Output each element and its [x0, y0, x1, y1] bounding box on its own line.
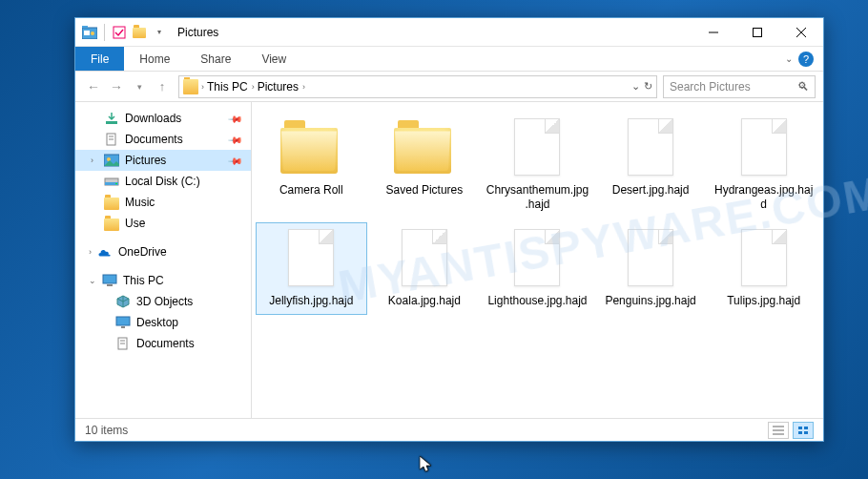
address-end: ⌄ ↻: [631, 80, 652, 93]
file-icon: [620, 118, 681, 179]
downloads-icon: [104, 111, 119, 126]
sidebar-item-label: 3D Objects: [136, 295, 193, 308]
file-item[interactable]: Koala.jpg.hajd: [369, 222, 481, 315]
file-item[interactable]: Penguins.jpg.hajd: [595, 222, 707, 315]
file-item[interactable]: Jellyfish.jpg.hajd: [256, 222, 367, 315]
svg-rect-30: [798, 431, 802, 434]
search-input[interactable]: Search Pictures 🔍︎: [663, 75, 816, 98]
tab-share[interactable]: Share: [185, 47, 246, 71]
sidebar-item-use[interactable]: Use: [75, 213, 251, 234]
folder-icon: [104, 195, 119, 210]
sidebar-item-localdisk[interactable]: Local Disk (C:): [75, 171, 251, 192]
file-item[interactable]: Chrysanthemum.jpg.hajd: [482, 112, 593, 219]
file-item[interactable]: Lighthouse.jpg.hajd: [482, 222, 593, 315]
svg-rect-4: [114, 27, 125, 38]
sidebar-item-label: Use: [125, 217, 145, 230]
sidebar-item-music[interactable]: Music: [75, 192, 251, 213]
breadcrumb-thispc[interactable]: This PC›: [207, 80, 255, 94]
expand-icon[interactable]: ›: [91, 156, 93, 165]
expand-icon[interactable]: ⌄: [89, 276, 96, 285]
item-view[interactable]: Camera Roll Saved Pictures Chrysanthemum…: [252, 102, 823, 418]
thispc-icon: [102, 273, 117, 288]
svg-rect-9: [106, 121, 117, 124]
file-icon: [620, 229, 681, 290]
svg-point-3: [91, 31, 94, 35]
mouse-cursor-icon: [420, 456, 433, 473]
folder-item[interactable]: Camera Roll: [256, 112, 367, 219]
explorer-window: ▾ Pictures File Home Share View ⌄ ? ←: [74, 17, 824, 442]
svg-point-17: [115, 183, 117, 185]
desktop-icon: [115, 315, 131, 330]
sidebar-item-label: This PC: [123, 274, 164, 287]
onedrive-icon: [97, 244, 113, 260]
svg-rect-18: [103, 275, 116, 283]
maximize-button[interactable]: [735, 18, 779, 46]
breadcrumb-pictures[interactable]: Pictures›: [258, 80, 305, 94]
svg-rect-20: [116, 317, 130, 325]
expand-icon[interactable]: ›: [89, 247, 92, 257]
sidebar-item-downloads[interactable]: Downloads 📌: [75, 108, 251, 129]
refresh-icon[interactable]: ↻: [644, 80, 652, 93]
tab-file[interactable]: File: [75, 47, 124, 71]
sidebar-item-label: Documents: [136, 337, 195, 350]
address-dropdown-icon[interactable]: ⌄: [631, 80, 640, 93]
minimize-button[interactable]: [692, 18, 735, 46]
qat-dropdown-icon[interactable]: ▾: [151, 24, 168, 41]
svg-rect-29: [804, 427, 808, 429]
sidebar-item-documents[interactable]: Documents 📌: [75, 129, 251, 150]
breadcrumb-chevron-icon[interactable]: ›: [201, 82, 204, 92]
sidebar-item-documents2[interactable]: Documents: [75, 333, 251, 354]
file-icon: [506, 229, 568, 290]
pin-icon: 📌: [228, 111, 243, 126]
folder-icon: [104, 216, 119, 231]
tab-home[interactable]: Home: [124, 47, 185, 71]
close-button[interactable]: [779, 18, 823, 46]
navigation-pane: Downloads 📌 Documents 📌 › Pictures 📌 Loc…: [75, 102, 252, 418]
up-button[interactable]: ↑: [152, 76, 173, 97]
quick-access-toolbar: ▾: [111, 24, 168, 41]
file-item[interactable]: Tulips.jpg.hajd: [708, 222, 819, 315]
item-label: Saved Pictures: [386, 183, 464, 198]
address-bar[interactable]: › This PC› Pictures› ⌄ ↻: [178, 75, 657, 98]
properties-icon[interactable]: [111, 24, 128, 41]
documents-icon: [115, 336, 131, 351]
sidebar-item-thispc[interactable]: ⌄ This PC: [75, 270, 251, 291]
details-view-button[interactable]: [768, 422, 789, 439]
tab-view[interactable]: View: [246, 47, 301, 71]
sidebar-item-label: Local Disk (C:): [125, 175, 200, 188]
back-button[interactable]: ←: [83, 76, 104, 97]
folder-item[interactable]: Saved Pictures: [369, 112, 481, 219]
collapse-ribbon-icon[interactable]: ⌄: [785, 53, 793, 64]
folder-icon: [280, 118, 341, 179]
svg-point-14: [107, 157, 111, 161]
item-label: Tulips.jpg.hajd: [727, 294, 800, 308]
svg-rect-2: [84, 31, 90, 35]
sidebar-item-desktop[interactable]: Desktop: [75, 312, 251, 333]
help-icon[interactable]: ?: [798, 52, 814, 67]
sidebar-item-pictures[interactable]: › Pictures 📌: [75, 150, 251, 171]
icons-view-button[interactable]: [793, 422, 814, 439]
file-icon: [394, 229, 455, 290]
item-label: Hydrangeas.jpg.hajd: [712, 183, 816, 212]
titlebar: ▾ Pictures: [75, 18, 823, 47]
search-icon: 🔍︎: [797, 80, 809, 94]
sidebar-item-onedrive[interactable]: › OneDrive: [75, 241, 251, 262]
drive-icon: [104, 174, 119, 189]
recent-dropdown-icon[interactable]: ▾: [129, 76, 150, 97]
file-item[interactable]: Desert.jpg.hajd: [595, 112, 707, 219]
new-folder-icon[interactable]: [131, 24, 148, 41]
forward-button[interactable]: →: [106, 76, 127, 97]
svg-rect-1: [82, 26, 88, 28]
item-label: Penguins.jpg.hajd: [605, 294, 695, 308]
pin-icon: 📌: [228, 132, 243, 147]
titlebar-left: ▾: [75, 24, 168, 41]
breadcrumb-chevron-icon[interactable]: ›: [302, 82, 305, 92]
file-item[interactable]: Hydrangeas.jpg.hajd: [708, 112, 819, 219]
search-placeholder: Search Pictures: [670, 80, 751, 94]
svg-rect-21: [121, 326, 125, 328]
svg-rect-6: [754, 28, 762, 36]
breadcrumb-chevron-icon[interactable]: ›: [252, 82, 255, 92]
view-switcher: [768, 422, 814, 439]
sidebar-item-3dobjects[interactable]: 3D Objects: [75, 291, 251, 312]
ribbon-tabs: File Home Share View ⌄ ?: [75, 47, 823, 72]
